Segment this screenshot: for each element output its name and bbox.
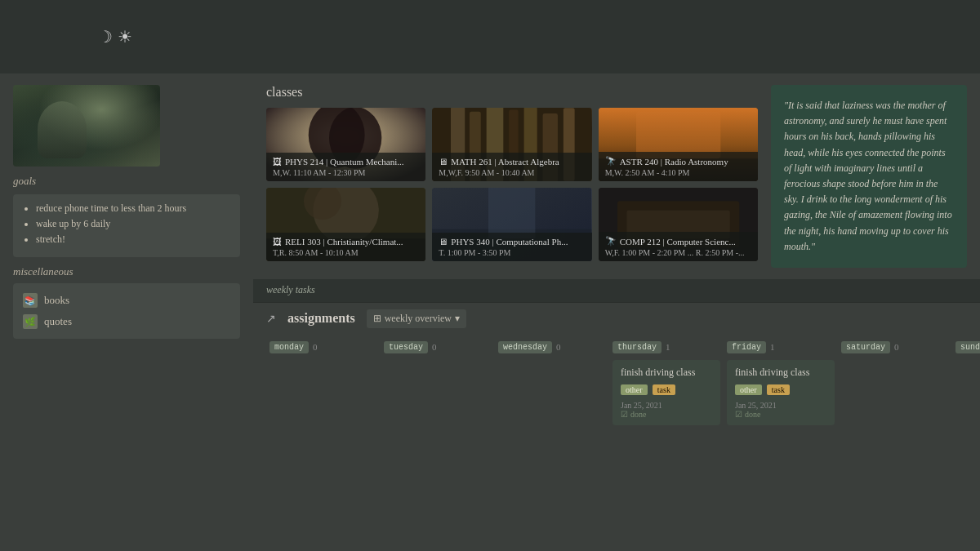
class-card-title: 🖥 PHYS 340 | Computational Ph... [439,237,585,247]
task-name: finish driving class [621,367,712,379]
class-card-astr240[interactable]: 🔭 ASTR 240 | Radio Astronomy M,W. 2:50 A… [599,108,758,181]
tuesday-count: 0 [432,342,437,352]
class-card-title: 🖥 MATH 261 | Abstract Algebra [439,157,585,167]
class-icon: 🖼 [273,237,282,247]
monday-count: 0 [313,342,318,352]
class-card-time: M,W. 11:10 AM - 12:30 PM [273,168,419,177]
saturday-count: 0 [894,342,899,352]
weekly-overview-button[interactable]: ⊞ weekly overview ▾ [367,309,466,328]
class-icon: 🖥 [439,157,448,167]
class-card-overlay: 🔭 ASTR 240 | Radio Astronomy M,W. 2:50 A… [599,152,758,181]
class-card-overlay: 🖥 MATH 261 | Abstract Algebra M,W,F. 9:5… [432,153,591,181]
moon-icon: ☽ [98,27,113,47]
sidebar: goals reduce phone time to less than 2 h… [0,73,253,551]
tag-other: other [735,384,762,395]
classes-grid: 🖼 PHYS 214 | Quantum Mechani... M,W. 11:… [266,108,758,261]
day-column-wednesday: wednesday 0 [495,341,609,430]
day-header-friday: friday 1 [727,341,835,353]
task-done: ☑ done [621,410,712,419]
goal-item: reduce phone time to less than 2 hours [36,202,229,215]
sunday-badge: sunday [956,341,980,353]
classes-title: classes [266,85,758,100]
main-content: goals reduce phone time to less than 2 h… [0,73,980,551]
thursday-count: 1 [666,342,670,352]
misc-label: miscellaneous [13,265,240,278]
class-icon: 🔭 [605,156,617,167]
friday-badge: friday [727,341,766,353]
goal-item: stretch! [36,233,229,246]
day-column-tuesday: tuesday 0 [381,341,495,430]
weekly-tasks-label: weekly tasks [266,284,315,296]
class-card-time: T. 1:00 PM - 3:50 PM [439,248,585,257]
quotes-icon: 🌿 [23,314,38,329]
class-card-title: 🔭 ASTR 240 | Radio Astronomy [605,156,751,167]
class-card-overlay: 🖼 PHYS 214 | Quantum Mechani... M,W. 11:… [266,153,425,181]
class-card-overlay: 🔭 COMP 212 | Computer Scienc... W,F. 1:0… [599,232,758,261]
day-column-sunday: sunday 0 [952,341,980,430]
dropdown-icon: ▾ [455,313,460,325]
day-column-saturday: saturday 0 [838,341,952,430]
assignments-title: assignments [287,311,355,326]
class-card-title: 🔭 COMP 212 | Computer Scienc... [605,236,751,247]
day-column-monday: monday 0 [266,341,381,430]
sun-icon: ☀ [118,27,132,47]
tuesday-badge: tuesday [384,341,428,353]
goals-label: goals [13,175,240,188]
grid-icon: ⊞ [373,313,381,325]
class-card-phys214[interactable]: 🖼 PHYS 214 | Quantum Mechani... M,W. 11:… [266,108,425,181]
task-card-thursday-0[interactable]: finish driving class other task Jan 25, … [612,360,720,425]
svg-rect-20 [488,188,535,238]
class-card-title: 🖼 RELI 303 | Christianity/Climat... [273,237,419,247]
class-card-phys340[interactable]: 🖥 PHYS 340 | Computational Ph... T. 1:00… [432,188,591,261]
task-date: Jan 25, 2021 [621,401,712,410]
day-header-saturday: saturday 0 [841,341,949,353]
day-column-thursday: thursday 1 finish driving class other ta… [609,341,724,430]
class-card-comp212[interactable]: 🔭 COMP 212 | Computer Scienc... W,F. 1:0… [599,188,758,261]
monday-badge: monday [270,341,309,353]
weekly-tasks-divider: weekly tasks [253,279,980,302]
books-icon: 📚 [23,293,38,308]
class-icon: 🖥 [439,237,448,247]
misc-books[interactable]: 📚 books [23,290,230,311]
weekly-overview-label: weekly overview [385,313,452,325]
classes-section: classes [253,73,980,279]
tag-task: task [653,384,675,395]
task-name: finish driving class [735,367,826,379]
books-label: books [44,294,69,307]
task-card-friday-0[interactable]: finish driving class other task Jan 25, … [727,360,835,425]
day-header-monday: monday 0 [270,341,377,353]
goal-item: wake up by 6 daily [36,218,229,230]
tag-task: task [767,384,790,395]
classes-grid-wrapper: classes [266,85,758,268]
misc-quotes[interactable]: 🌿 quotes [23,311,230,332]
class-icon: 🔭 [605,236,617,247]
class-card-time: M,W,F. 9:50 AM - 10:40 AM [439,168,585,177]
header: ☽ ☀ [0,0,980,73]
misc-section: 📚 books 🌿 quotes [13,283,240,339]
saturday-badge: saturday [841,341,890,353]
day-header-wednesday: wednesday 0 [498,341,606,353]
wednesday-count: 0 [556,342,561,352]
day-header-thursday: thursday 1 [612,341,720,353]
theme-toggle[interactable]: ☽ ☀ [98,27,132,47]
class-card-title: 🖼 PHYS 214 | Quantum Mechani... [273,157,419,167]
right-content: classes [253,73,980,551]
tag-other: other [621,384,648,395]
day-header-sunday: sunday 0 [956,341,980,353]
friday-count: 1 [770,342,775,352]
class-icon: 🖼 [273,157,282,167]
class-card-math261[interactable]: 🖥 MATH 261 | Abstract Algebra M,W,F. 9:5… [432,108,591,181]
class-card-reli303[interactable]: 🖼 RELI 303 | Christianity/Climat... T,R.… [266,188,425,261]
class-card-overlay: 🖥 PHYS 340 | Computational Ph... T. 1:00… [432,233,591,261]
task-tags: other task [735,383,826,398]
assignments-arrow-icon[interactable]: ↗ [266,312,276,326]
thursday-badge: thursday [612,341,662,353]
task-tags: other task [621,383,712,398]
wednesday-badge: wednesday [498,341,552,353]
class-card-time: T,R. 8:50 AM - 10:10 AM [273,248,419,257]
class-card-time: M,W. 2:50 AM - 4:10 PM [605,168,751,177]
class-card-overlay: 🖼 RELI 303 | Christianity/Climat... T,R.… [266,233,425,261]
task-date: Jan 25, 2021 [735,401,826,410]
task-done: ☑ done [735,410,826,419]
task-columns: monday 0 tuesday 0 wednesday 0 [253,335,980,437]
